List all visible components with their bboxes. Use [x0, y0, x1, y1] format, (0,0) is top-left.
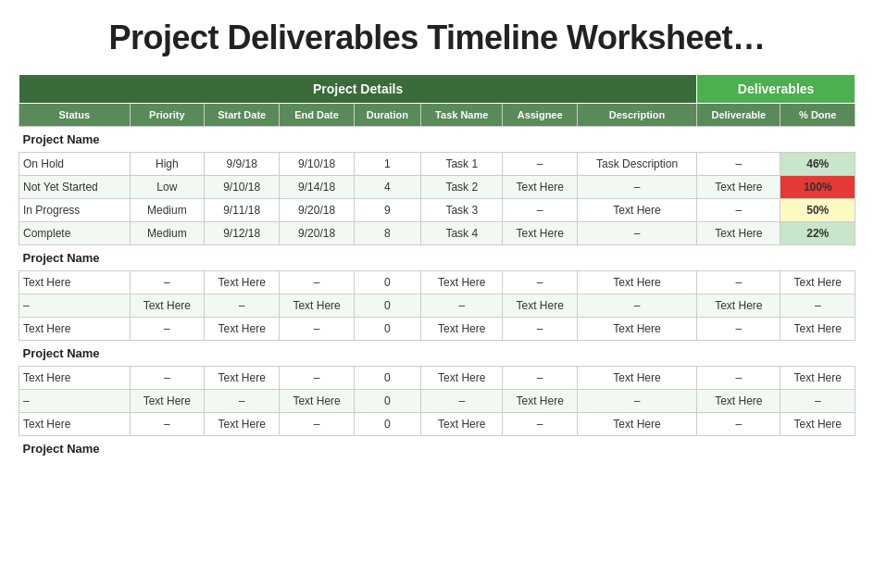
table-cell: – [697, 271, 780, 294]
col-task-name: Task Name [421, 104, 503, 127]
table-cell: Text Here [697, 176, 780, 199]
table-cell: – [421, 390, 503, 413]
table-cell: Not Yet Started [19, 176, 131, 199]
col-duration: Duration [354, 104, 420, 127]
table-cell: Text Here [421, 271, 503, 294]
table-cell: Text Here [503, 390, 577, 413]
top-header-row: Project Details Deliverables [19, 75, 855, 104]
table-cell: – [577, 176, 696, 199]
table-cell: Text Here [697, 390, 780, 413]
table-cell: 9/10/18 [205, 176, 280, 199]
table-cell: Text Here [205, 413, 280, 436]
table-row: Text Here–Text Here–0Text Here–Text Here… [19, 367, 855, 390]
table-cell: 100% [780, 176, 855, 199]
table-cell: – [280, 413, 354, 436]
table-cell: – [697, 199, 780, 222]
table-cell: – [503, 199, 577, 222]
table-cell: Text Here [280, 390, 354, 413]
table-cell: Text Here [780, 271, 855, 294]
table-cell: In Progress [19, 199, 131, 222]
table-cell: 0 [354, 294, 420, 318]
table-cell: On Hold [19, 153, 131, 176]
col-end-date: End Date [280, 104, 354, 127]
table-cell: – [697, 367, 780, 390]
table-cell: Text Here [503, 294, 577, 318]
table-cell: Task 4 [421, 222, 503, 245]
col-header-row: Status Priority Start Date End Date Dura… [19, 104, 855, 127]
section-header: Project Name [19, 436, 855, 462]
table-cell: 9 [354, 199, 420, 222]
table-cell: – [280, 367, 354, 390]
table-cell: Task Description [577, 153, 696, 176]
table-cell: – [19, 390, 131, 413]
table-cell: – [280, 318, 354, 341]
table-cell: 22% [780, 222, 855, 245]
table-cell: Task 3 [421, 199, 503, 222]
table-cell: 9/11/18 [205, 199, 280, 222]
col-pct-done: % Done [780, 104, 855, 127]
table-cell: – [697, 153, 780, 176]
col-start-date: Start Date [205, 104, 280, 127]
table-cell: 8 [354, 222, 420, 245]
main-table: Project Details Deliverables Status Prio… [19, 74, 855, 461]
table-cell: Medium [130, 222, 204, 245]
table-cell: Text Here [577, 413, 696, 436]
table-cell: Text Here [421, 413, 503, 436]
table-cell: – [205, 294, 280, 318]
table-cell: – [503, 367, 577, 390]
table-cell: – [577, 390, 696, 413]
table-cell: 50% [780, 199, 855, 222]
table-cell: – [205, 390, 280, 413]
table-row: Text Here–Text Here–0Text Here–Text Here… [19, 318, 855, 341]
table-cell: – [503, 153, 577, 176]
table-cell: – [280, 271, 354, 294]
table-cell: Text Here [577, 318, 696, 341]
project-details-header: Project Details [19, 75, 697, 104]
table-cell: Task 2 [421, 176, 503, 199]
table-cell: – [697, 413, 780, 436]
table-cell: – [130, 271, 204, 294]
table-cell: Text Here [205, 367, 280, 390]
table-cell: Text Here [130, 390, 204, 413]
table-cell: 0 [354, 390, 420, 413]
table-cell: High [130, 153, 204, 176]
table-cell: – [19, 294, 131, 318]
table-cell: Text Here [19, 413, 131, 436]
table-cell: 0 [354, 318, 420, 341]
table-row: CompleteMedium9/12/189/20/188Task 4Text … [19, 222, 855, 245]
page-title: Project Deliverables Timeline Worksheet… [19, 19, 855, 57]
table-cell: – [130, 413, 204, 436]
table-cell: Text Here [577, 199, 696, 222]
section-label: Project Name [19, 245, 855, 271]
table-row: On HoldHigh9/9/189/10/181Task 1–Task Des… [19, 153, 855, 176]
table-row: In ProgressMedium9/11/189/20/189Task 3–T… [19, 199, 855, 222]
table-cell: 9/12/18 [205, 222, 280, 245]
table-cell: Text Here [280, 294, 354, 318]
table-cell: 46% [780, 153, 855, 176]
table-cell: Text Here [577, 367, 696, 390]
table-cell: Low [130, 176, 204, 199]
table-cell: 9/20/18 [280, 222, 354, 245]
table-cell: 0 [354, 413, 420, 436]
col-priority: Priority [130, 104, 204, 127]
section-header: Project Name [19, 341, 855, 367]
table-cell: Text Here [780, 413, 855, 436]
table-cell: Text Here [421, 367, 503, 390]
section-label: Project Name [19, 436, 855, 462]
table-cell: Text Here [421, 318, 503, 341]
table-cell: – [780, 294, 855, 318]
deliverables-header: Deliverables [697, 75, 855, 104]
table-cell: – [577, 294, 696, 318]
table-cell: Text Here [697, 294, 780, 318]
col-assignee: Assignee [503, 104, 577, 127]
table-cell: 0 [354, 367, 420, 390]
table-row: Not Yet StartedLow9/10/189/14/184Task 2T… [19, 176, 855, 199]
table-cell: Text Here [205, 271, 280, 294]
table-cell: Text Here [19, 367, 131, 390]
table-cell: 9/20/18 [280, 199, 354, 222]
table-cell: Text Here [780, 318, 855, 341]
table-cell: – [503, 271, 577, 294]
table-cell: Text Here [503, 176, 577, 199]
table-cell: 9/10/18 [280, 153, 354, 176]
table-cell: Medium [130, 199, 204, 222]
